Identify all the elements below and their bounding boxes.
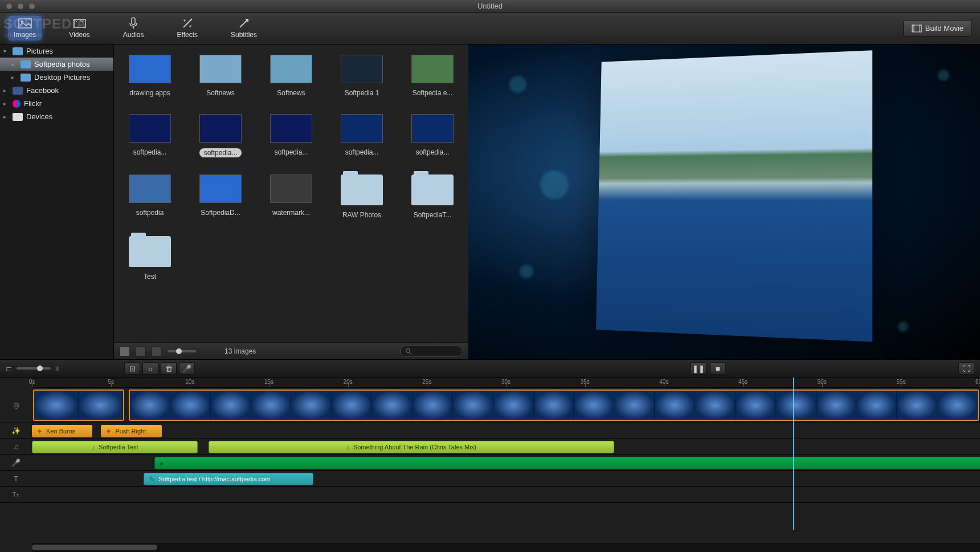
thumbnail-image xyxy=(411,55,454,83)
time-ruler[interactable]: 0s5s10s15s20s25s30s35s40s45s50s55s60s xyxy=(32,378,980,388)
folder-icon xyxy=(21,74,31,82)
thumb-item[interactable]: softpedia... xyxy=(195,114,246,157)
thumb-item[interactable]: watermark... xyxy=(266,174,317,219)
record-voice-button[interactable]: 🎤 xyxy=(179,362,195,375)
stop-button[interactable]: ■ xyxy=(710,362,726,375)
sidebar-item-facebook[interactable]: ▸Facebook xyxy=(0,84,113,97)
sidebar-item-flickr[interactable]: ▸Flickr xyxy=(0,97,113,110)
delete-button[interactable]: 🗑 xyxy=(161,362,177,375)
window-title: Untitled xyxy=(477,2,503,10)
thumb-label: Softnews xyxy=(277,89,305,97)
tab-images[interactable]: Images xyxy=(8,16,42,40)
preview-panel xyxy=(468,44,980,359)
folder-icon xyxy=(411,174,454,205)
timeline-scrollbar[interactable] xyxy=(32,543,980,552)
thumb-label: softpedia xyxy=(136,209,164,217)
thumb-item[interactable]: softpedia... xyxy=(124,114,175,157)
settings-button[interactable]: ☼ xyxy=(142,362,158,375)
waveform-icon[interactable]: ılı xyxy=(55,366,60,372)
effects-track[interactable]: ✦Ken Burns✦Push Right xyxy=(32,423,980,439)
close-window-icon[interactable] xyxy=(6,3,13,10)
sidebar-item-softpedia-photos[interactable]: ▸Softpedia photos xyxy=(0,58,113,71)
sidebar-item-label: Facebook xyxy=(26,86,59,95)
thumb-item[interactable]: drawing apps xyxy=(124,55,175,97)
zoom-slider[interactable] xyxy=(17,367,51,370)
tab-audios[interactable]: Audios xyxy=(117,16,150,40)
fullscreen-button[interactable]: ⛶ xyxy=(958,362,974,375)
sidebar-item-pictures[interactable]: ▾Pictures xyxy=(0,44,113,58)
timeline-clip[interactable]: ● xyxy=(154,457,980,469)
thumb-item[interactable]: softpedia... xyxy=(407,114,458,157)
thumb-item[interactable]: softpedia... xyxy=(266,114,317,157)
timeline-clip[interactable]: ♪Softpedia Test xyxy=(32,441,198,453)
timeline-clip[interactable]: ✦Ken Burns xyxy=(32,425,92,437)
thumbnail-image xyxy=(199,55,242,83)
thumb-item[interactable]: SoftpediaT... xyxy=(407,174,458,219)
preview-image xyxy=(596,50,872,342)
svg-line-8 xyxy=(410,352,411,354)
tab-effects[interactable]: Effects xyxy=(172,16,203,40)
text-track-icon: T xyxy=(0,471,32,487)
video-track-icon: ◎ xyxy=(0,388,32,423)
sidebar: ▾Pictures▸Softpedia photos▸Desktop Pictu… xyxy=(0,44,114,359)
tab-subtitles[interactable]: Subtitles xyxy=(225,16,263,40)
clip-icon: ✦ xyxy=(105,427,112,436)
thumb-item[interactable]: softpedia xyxy=(124,174,175,219)
thumb-label: Softnews xyxy=(206,89,234,97)
thumb-item[interactable]: softpedia... xyxy=(336,114,387,157)
column-view-button[interactable] xyxy=(152,346,162,356)
list-view-button[interactable] xyxy=(136,346,146,356)
sidebar-item-label: Pictures xyxy=(26,47,53,55)
sidebar-item-devices[interactable]: ▸Devices xyxy=(0,110,113,123)
collapse-icon[interactable]: ⊏ xyxy=(6,364,12,373)
grid-view-button[interactable] xyxy=(120,346,130,356)
timeline-clip[interactable]: ✦Push Right xyxy=(101,425,161,437)
thumb-label: softpedia... xyxy=(199,148,242,157)
thumb-item[interactable]: Softnews xyxy=(266,55,317,97)
thumbnail-image xyxy=(129,55,171,83)
thumb-item[interactable]: Test xyxy=(124,236,175,281)
audio-track[interactable]: ♪Softpedia Test♪Something About The Rain… xyxy=(32,439,980,455)
folder-icon xyxy=(13,100,21,108)
svg-rect-0 xyxy=(19,19,31,28)
pause-button[interactable]: ❚❚ xyxy=(691,362,707,375)
titlebar: Untitled xyxy=(0,0,980,13)
zoom-window-icon[interactable] xyxy=(28,3,35,10)
search-icon xyxy=(405,348,412,355)
video-clip-2[interactable] xyxy=(129,389,979,421)
sidebar-item-label: Softpedia photos xyxy=(34,60,90,68)
sidebar-item-desktop-pictures[interactable]: ▸Desktop Pictures xyxy=(0,71,113,84)
search-input[interactable] xyxy=(400,346,463,357)
thumbnail-image xyxy=(270,174,312,203)
thumb-item[interactable]: Softpedia e... xyxy=(407,55,458,97)
video-track[interactable] xyxy=(32,388,980,423)
thumbnail-image xyxy=(341,55,383,83)
title-track-icon: Tᴛ xyxy=(0,487,32,503)
minimize-window-icon[interactable] xyxy=(17,3,24,10)
thumbnail-image xyxy=(129,174,171,203)
thumb-item[interactable]: SoftpediaD... xyxy=(195,174,246,219)
clip-icon: ♪ xyxy=(346,443,350,452)
thumb-label: drawing apps xyxy=(129,89,170,97)
thumbnail-image xyxy=(270,114,312,143)
video-clip-1[interactable] xyxy=(33,389,124,421)
text-track[interactable]: ✎Softpedia test / http://mac.softpedia.c… xyxy=(32,471,980,487)
thumb-item[interactable]: RAW Photos xyxy=(336,174,387,219)
playhead[interactable] xyxy=(793,378,794,530)
thumb-label: SoftpediaD... xyxy=(201,209,240,217)
svg-rect-5 xyxy=(912,25,914,32)
title-track[interactable] xyxy=(32,487,980,503)
thumb-label: SoftpediaT... xyxy=(414,211,452,219)
crop-button[interactable]: ⊡ xyxy=(124,362,140,375)
tab-videos[interactable]: Videos xyxy=(63,16,95,40)
thumb-item[interactable]: Softpedia 1 xyxy=(336,55,387,97)
voice-track[interactable]: ● xyxy=(32,455,980,471)
thumb-item[interactable]: Softnews xyxy=(195,55,246,97)
svg-point-7 xyxy=(406,348,410,352)
build-movie-button[interactable]: Build Movie xyxy=(903,20,972,36)
timeline-clip[interactable]: ✎Softpedia test / http://mac.softpedia.c… xyxy=(144,473,313,485)
item-count: 13 images xyxy=(224,347,256,355)
svg-rect-6 xyxy=(920,25,921,32)
timeline-clip[interactable]: ♪Something About The Rain (Chris Tales M… xyxy=(209,441,614,453)
thumb-size-slider[interactable] xyxy=(168,350,196,352)
